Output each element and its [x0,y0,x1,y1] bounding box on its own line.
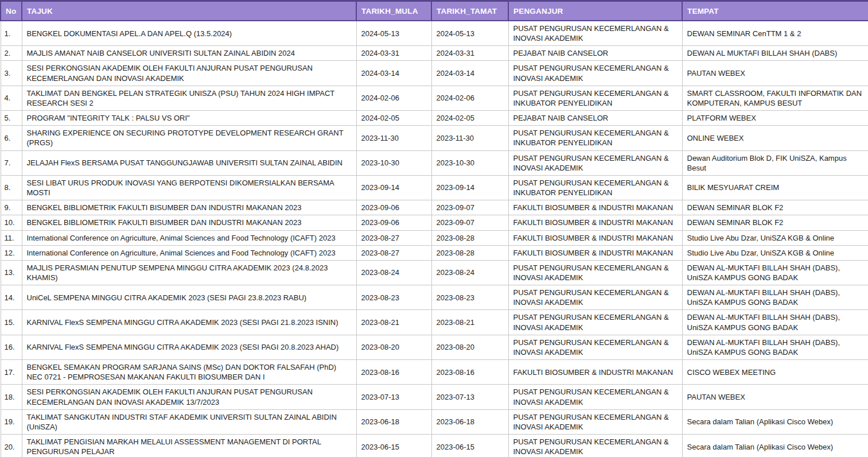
cell-tarikh-tamat: 2023-08-16 [431,360,508,385]
table-row: 9.BENGKEL BIBLIOMETRIK FAKULTI BISUMBER … [1,200,868,215]
cell-no: 3. [1,61,22,86]
cell-tarikh-tamat: 2023-08-21 [431,310,508,335]
cell-tajuk: PROGRAM "INTEGRITY TALK : PALSU VS ORI" [22,111,356,126]
cell-tempat: SMART CLASSROOM, FAKULTI INFORMATIK DAN … [682,86,868,110]
table-row: 7.JELAJAH FlexS BERSAMA PUSAT TANGGUNGJA… [1,150,868,175]
cell-tempat: DEWAN AL MUKTAFI BILLAH SHAH (DABS) [682,46,868,61]
cell-tajuk: BENGKEL BIBLIOMETRIK FAKULTI BISUMBER DA… [22,200,356,215]
table-header-cell-penganjur: PENGANJUR [508,1,682,21]
cell-tempat: PAUTAN WEBEX [682,385,868,409]
table-row: 20.TAKLIMAT PENGISIAN MARKAH MELALUI ASS… [1,435,868,457]
cell-tajuk: SESI LIBAT URUS PRODUK INOVASI YANG BERP… [22,175,356,200]
cell-no: 5. [1,111,22,126]
cell-no: 6. [1,126,22,150]
cell-tajuk: International Conference on Agriculture,… [22,245,356,260]
cell-tarikh-mula: 2023-06-15 [356,435,431,457]
cell-tempat: Secara dalam Talian (Aplikasi Cisco Webe… [682,435,868,457]
cell-tempat: DEWAN AL-MUKTAFI BILLAH SHAH (DABS), Uni… [682,335,868,359]
table-header-cell-tempat: TEMPAT [682,1,868,21]
cell-tempat: Dewan Auditorium Blok D, FIK UniSZA, Kam… [682,150,868,175]
cell-penganjur: PUSAT PENGURUSAN KECEMERLANGAN & INOVASI… [508,435,682,457]
cell-tajuk: UniCeL SEMPENA MINGGU CITRA AKADEMIK 202… [22,285,356,310]
cell-tarikh-mula: 2024-05-13 [356,21,431,46]
table-row: 19.TAKLIMAT SANGKUTAN INDUSTRI STAF AKAD… [1,409,868,434]
cell-penganjur: PUSAT PENGURUSAN KECEMERLANGAN & INOVASI… [508,260,682,285]
table-row: 4.TAKLIMAT DAN BENGKEL PELAN STRATEGIK U… [1,86,868,110]
table-row: 15.KARNIVAL FlexS SEMPENA MINGGU CITRA A… [1,310,868,335]
cell-penganjur: PEJABAT NAIB CANSELOR [508,111,682,126]
cell-tarikh-tamat: 2023-07-13 [431,385,508,409]
table-row: 16.KARNIVAL FlexS SEMPENA MINGGU CITRA A… [1,335,868,359]
table-row: 14.UniCeL SEMPENA MINGGU CITRA AKADEMIK … [1,285,868,310]
cell-tarikh-mula: 2023-08-23 [356,285,431,310]
cell-tajuk: BENGKEL BIBLIOMETRIK FAKULTI BISUMBER DA… [22,215,356,230]
cell-penganjur: PUSAT PENGURUSAN KECEMERLANGAN & INOVASI… [508,335,682,359]
cell-tempat: Studio Live Abu Dzar, UniSZA KGB & Onlin… [682,230,868,245]
cell-tarikh-mula: 2024-03-14 [356,61,431,86]
cell-penganjur: PUSAT PENGURUSAN KECEMERLANGAN & INKUBAT… [508,86,682,110]
cell-tempat: ONLINE WEBEX [682,126,868,150]
cell-tempat: PAUTAN WEBEX [682,61,868,86]
cell-tarikh-tamat: 2023-08-28 [431,230,508,245]
cell-no: 10. [1,215,22,230]
cell-penganjur: FAKULTI BIOSUMBER & INDUSTRI MAKANAN [508,215,682,230]
cell-tarikh-mula: 2023-07-13 [356,385,431,409]
cell-no: 20. [1,435,22,457]
cell-tarikh-mula: 2023-09-06 [356,215,431,230]
cell-tarikh-mula: 2023-09-14 [356,175,431,200]
cell-no: 11. [1,230,22,245]
cell-penganjur: PUSAT PENGURUSAN KECEMERLANGAN & INOVASI… [508,21,682,46]
cell-no: 13. [1,260,22,285]
cell-tempat: DEWAN SEMINAR BLOK F2 [682,215,868,230]
table-row: 6.SHARING EXPERIENCE ON SECURING PROTOTY… [1,126,868,150]
table-row: 2.MAJLIS AMANAT NAIB CANSELOR UNIVERSITI… [1,46,868,61]
cell-penganjur: PEJABAT NAIB CANSELOR [508,46,682,61]
cell-tajuk: KARNIVAL FlexS SEMPENA MINGGU CITRA AKAD… [22,310,356,335]
cell-tajuk: TAKLIMAT DAN BENGKEL PELAN STRATEGIK UNI… [22,86,356,110]
table-row: 18.SESI PERKONGSIAN AKADEMIK OLEH FAKULT… [1,385,868,409]
cell-tarikh-tamat: 2023-08-28 [431,245,508,260]
cell-penganjur: PUSAT PENGURUSAN KECEMERLANGAN & INOVASI… [508,61,682,86]
cell-no: 15. [1,310,22,335]
cell-tarikh-tamat: 2024-05-13 [431,21,508,46]
cell-tarikh-mula: 2023-09-06 [356,200,431,215]
cell-penganjur: PUSAT PENGURUSAN KECEMERLANGAN & INKUBAT… [508,175,682,200]
cell-tajuk: SESI PERKONGSIAN AKADEMIK OLEH FAKULTI A… [22,61,356,86]
table-row: 3.SESI PERKONGSIAN AKADEMIK OLEH FAKULTI… [1,61,868,86]
cell-penganjur: PUSAT PENGURUSAN KECEMERLANGAN & INOVASI… [508,310,682,335]
cell-tempat: Secara dalam Talian (Aplikasi Cisco Webe… [682,409,868,434]
cell-tarikh-tamat: 2023-08-23 [431,285,508,310]
cell-penganjur: PUSAT PENGURUSAN KECEMERLANGAN & INOVASI… [508,409,682,434]
cell-tarikh-tamat: 2023-08-20 [431,335,508,359]
cell-penganjur: FAKULTI BIOSUMBER & INDUSTRI MAKANAN [508,200,682,215]
cell-tajuk: MAJLIS PERASMIAN PENUTUP SEMPENA MINGGU … [22,260,356,285]
cell-penganjur: PUSAT PENGURUSAN KECEMERLANGAN & INKUBAT… [508,126,682,150]
cell-no: 16. [1,335,22,359]
cell-tarikh-tamat: 2024-02-06 [431,86,508,110]
cell-tarikh-tamat: 2023-10-30 [431,150,508,175]
cell-penganjur: FAKULTI BIOSUMBER & INDUSTRI MAKANAN [508,245,682,260]
cell-tarikh-mula: 2023-08-24 [356,260,431,285]
cell-tarikh-mula: 2023-08-27 [356,230,431,245]
cell-tarikh-mula: 2023-11-30 [356,126,431,150]
cell-tajuk: SHARING EXPERIENCE ON SECURING PROTOTYPE… [22,126,356,150]
table-row: 5.PROGRAM "INTEGRITY TALK : PALSU VS ORI… [1,111,868,126]
table-header-cell-no: No [1,1,22,21]
cell-tarikh-mula: 2024-02-05 [356,111,431,126]
cell-tempat: CISCO WEBEX MEETING [682,360,868,385]
table-row: 1.BENGKEL DOKUMENTASI APEL.A DAN APEL.Q … [1,21,868,46]
table-header-cell-tarikh-mula: TARIKH_MULA [356,1,431,21]
cell-tajuk: TAKLIMAT SANGKUTAN INDUSTRI STAF AKADEMI… [22,409,356,434]
cell-tarikh-tamat: 2023-06-18 [431,409,508,434]
events-page: No TAJUK TARIKH_MULA TARIKH_TAMAT PENGAN… [0,0,868,457]
cell-no: 2. [1,46,22,61]
cell-tarikh-mula: 2023-10-30 [356,150,431,175]
table-header-cell-tajuk: TAJUK [22,1,356,21]
cell-tarikh-tamat: 2023-09-14 [431,175,508,200]
cell-tarikh-mula: 2023-08-27 [356,245,431,260]
cell-tempat: DEWAN AL-MUKTAFI BILLAH SHAH (DABS), Uni… [682,310,868,335]
cell-no: 8. [1,175,22,200]
cell-tarikh-tamat: 2024-03-14 [431,61,508,86]
cell-tarikh-tamat: 2023-11-30 [431,126,508,150]
cell-no: 19. [1,409,22,434]
